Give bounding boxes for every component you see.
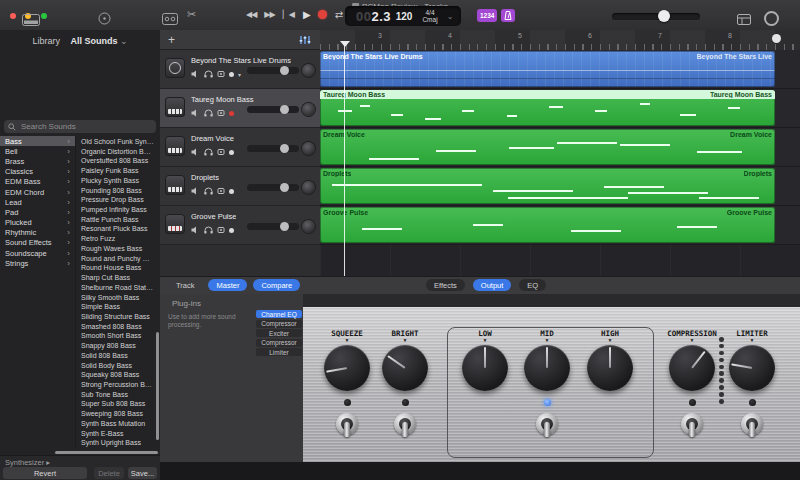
midi-region-droplets[interactable]: Droplets Droplets — [320, 168, 775, 204]
sound-item[interactable]: Synth Bass Mutation — [76, 419, 154, 429]
revert-button[interactable]: Revert — [3, 467, 87, 479]
low-knob[interactable] — [462, 345, 508, 391]
library-toggle-button[interactable] — [22, 12, 40, 30]
collection-chevron-icon[interactable]: ⌄ — [120, 36, 128, 46]
solo-button[interactable] — [204, 70, 213, 78]
high-knob[interactable] — [587, 345, 633, 391]
count-in-button[interactable]: 1234 — [477, 9, 497, 22]
sound-item[interactable]: Sharp Cut Bass — [76, 273, 154, 283]
track-pan-knob[interactable] — [302, 142, 315, 155]
sound-item[interactable]: Rattle Punch Bass — [76, 215, 154, 225]
close-window-icon[interactable] — [10, 13, 16, 19]
plugin-slot-compressor-1[interactable]: Compressor — [256, 320, 302, 328]
track-header[interactable]: Dream Voice — [160, 128, 320, 167]
lcd-display[interactable]: 002.3 120 4/4 Cmaj ⌄ — [345, 6, 461, 26]
sound-item[interactable]: Pounding 808 Bass — [76, 186, 154, 196]
go-to-beginning-button[interactable]: ▏◀ — [283, 10, 295, 19]
bright-knob[interactable] — [382, 345, 428, 391]
sound-item[interactable]: Synth Upright Bass — [76, 438, 154, 448]
track-lane[interactable]: Droplets Droplets — [320, 167, 800, 206]
mute-button[interactable] — [191, 187, 200, 195]
track-lane[interactable]: Dream Voice Dream Voice — [320, 128, 800, 167]
category-item[interactable]: Strings› — [0, 258, 75, 268]
sound-item[interactable]: Smooth Short Bass — [76, 331, 154, 341]
category-item[interactable]: EDM Chord› — [0, 187, 75, 197]
bright-toggle-switch[interactable] — [394, 413, 416, 435]
sound-item[interactable]: Resonant Pluck Bass — [76, 224, 154, 234]
sound-item[interactable]: Rough Waves Bass — [76, 244, 154, 254]
sound-item[interactable]: Sliding Structure Bass — [76, 312, 154, 322]
compression-knob[interactable] — [669, 345, 715, 391]
record-button[interactable] — [318, 10, 327, 19]
track-pan-knob[interactable] — [302, 220, 315, 233]
sound-item[interactable]: Plucky Synth Bass — [76, 176, 154, 186]
cycle-button[interactable]: ⇄ — [335, 9, 343, 20]
track-volume-slider[interactable] — [247, 145, 299, 152]
chevron-down-icon[interactable]: ▾ — [238, 71, 241, 78]
master-volume-slider[interactable] — [612, 13, 700, 20]
sound-item[interactable]: Old School Funk Synth B... — [76, 137, 154, 147]
sound-item[interactable]: Overstuffed 808 Bass — [76, 156, 154, 166]
play-button[interactable]: ▶ — [303, 9, 310, 20]
midi-region-bass[interactable]: Taureg Moon Bass Taureg Moon Bass — [320, 90, 775, 126]
sound-list-scrollbar[interactable] — [156, 332, 159, 440]
track-lane[interactable]: Groove Pulse Groove Pulse — [320, 206, 800, 245]
category-item[interactable]: Bass› — [0, 136, 75, 146]
sound-item[interactable]: Pumped Infinity Bass — [76, 205, 154, 215]
track-volume-slider[interactable] — [247, 223, 299, 230]
sound-item[interactable]: Sweeping 808 Bass — [76, 409, 154, 419]
delete-button[interactable]: Delete — [94, 467, 124, 479]
master-volume-thumb[interactable] — [658, 10, 670, 22]
plugin-slot-limiter[interactable]: Limiter — [256, 348, 302, 356]
mute-button[interactable] — [191, 226, 200, 234]
track-pan-knob[interactable] — [302, 181, 315, 194]
sound-item[interactable]: Strong Percussion Bass — [76, 380, 154, 390]
sound-item[interactable]: Snappy 808 Bass — [76, 341, 154, 351]
sound-item[interactable]: Solid Body Bass — [76, 361, 154, 371]
metronome-button[interactable] — [501, 9, 515, 22]
mid-knob[interactable] — [524, 345, 570, 391]
sound-item[interactable]: Organic Distortion Bass — [76, 147, 154, 157]
mixer-button[interactable] — [298, 31, 312, 49]
mute-button[interactable] — [191, 70, 200, 78]
audio-region-drums[interactable]: Beyond The Stars Live Drums Beyond The S… — [320, 51, 775, 87]
io-icon[interactable] — [217, 70, 225, 78]
plugin-slot-channel-eq[interactable]: Channel EQ — [256, 310, 302, 318]
add-track-button[interactable]: + — [168, 34, 175, 46]
record-enable-button[interactable] — [229, 72, 234, 77]
solo-button[interactable] — [204, 148, 213, 156]
track-header[interactable]: Taureg Moon Bass — [160, 89, 320, 128]
library-horizontal-scrollbar[interactable] — [55, 451, 158, 454]
record-enable-button[interactable] — [229, 189, 234, 194]
squeeze-toggle-switch[interactable] — [336, 413, 358, 435]
solo-button[interactable] — [204, 226, 213, 234]
mute-button[interactable] — [191, 109, 200, 117]
rewind-button[interactable]: ◀◀ — [246, 10, 256, 19]
limiter-knob[interactable] — [729, 345, 775, 391]
category-item[interactable]: Classics› — [0, 167, 75, 177]
category-item[interactable]: Bell› — [0, 146, 75, 156]
io-icon[interactable] — [217, 187, 225, 195]
sound-item[interactable]: Round House Bass — [76, 263, 154, 273]
forward-button[interactable]: ▶▶ — [264, 10, 274, 19]
io-icon[interactable] — [217, 148, 225, 156]
io-icon[interactable] — [217, 226, 225, 234]
disclosure-triangle-icon[interactable]: ▸ — [46, 458, 50, 467]
io-icon[interactable] — [217, 109, 225, 117]
loop-browser-button[interactable] — [764, 11, 779, 26]
sound-item[interactable]: Squeaky 808 Bass — [76, 370, 154, 380]
mute-button[interactable] — [191, 148, 200, 156]
sound-item[interactable]: Round and Punchy Bass — [76, 254, 154, 264]
plugin-slot-exciter[interactable]: Exciter — [256, 329, 302, 337]
track-header[interactable]: Beyond The Stars Live Drums ▾ — [160, 50, 320, 89]
compression-toggle-switch[interactable] — [681, 413, 703, 435]
track-lane[interactable]: Beyond The Stars Live Drums Beyond The S… — [320, 50, 800, 89]
category-item[interactable]: Plucked› — [0, 218, 75, 228]
sound-item[interactable]: Simple Bass — [76, 302, 154, 312]
squeeze-knob[interactable] — [324, 345, 370, 391]
track-lane[interactable]: Taureg Moon Bass Taureg Moon Bass — [320, 89, 800, 128]
category-item[interactable]: EDM Bass› — [0, 177, 75, 187]
category-item[interactable]: Lead› — [0, 197, 75, 207]
tab-output[interactable]: Output — [473, 279, 512, 291]
record-enable-button[interactable] — [229, 150, 234, 155]
